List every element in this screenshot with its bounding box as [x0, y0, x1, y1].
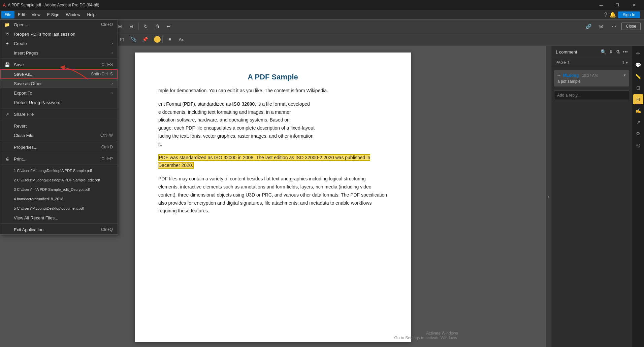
separator-1	[0, 59, 118, 59]
sign-in-button[interactable]: Sign In	[618, 11, 640, 18]
separator5	[152, 36, 152, 43]
create-arrow-icon: ›	[111, 41, 113, 46]
sort-icon[interactable]: ⬇	[609, 49, 613, 55]
menu-close-file[interactable]: Close File Ctrl+W	[0, 131, 118, 140]
line-weight-button[interactable]: ≡	[164, 34, 175, 44]
pdf-subtitle: mple for demonstration. You can edit it …	[158, 87, 387, 95]
strip-highlight-button[interactable]: H	[633, 94, 643, 104]
page-row: PAGE 1 1 ▾	[551, 58, 632, 67]
menu-save-as-other[interactable]: Save as Other ›	[0, 79, 118, 88]
undo-button[interactable]: ↩	[163, 21, 174, 31]
strip-tools-button[interactable]: ⚙	[633, 129, 643, 139]
pdf-title: A PDF Sample	[158, 73, 387, 81]
menu-recent-4[interactable]: 4 homeacrordrunified18_2018	[0, 194, 118, 204]
collapse-panel-arrow[interactable]: ›	[546, 46, 551, 347]
pdf-highlight-para: PDF was standardized as ISO 32000 in 200…	[158, 154, 387, 170]
rotate-button[interactable]: ↻	[140, 21, 151, 31]
menu-revert[interactable]: Revert	[0, 121, 118, 131]
separator6	[162, 36, 163, 43]
strip-export-button[interactable]: ↗	[633, 117, 643, 127]
help-icon[interactable]: ?	[604, 12, 607, 18]
separator4	[138, 23, 139, 30]
minimize-button[interactable]: —	[593, 0, 609, 10]
menu-view-all-recent[interactable]: View All Recent Files...	[0, 213, 118, 222]
pencil-icon: ✏	[557, 73, 560, 77]
comment-time: 10:37 AM	[582, 73, 598, 77]
toolbar-right: 🔗 ✉ ⋯ Close	[583, 21, 642, 31]
strip-measure-button[interactable]: 📏	[633, 71, 643, 81]
separator-2	[0, 108, 118, 108]
close-window-button[interactable]: ✕	[626, 0, 641, 10]
menu-create[interactable]: ✦ Create ›	[0, 39, 118, 48]
open-icon: 📁	[4, 22, 10, 27]
file-dropdown-menu: 📁 Open... Ctrl+O ↺ Reopen PDFs from last…	[0, 20, 118, 235]
print-icon: 🖨	[4, 157, 10, 162]
menu-properties[interactable]: Properties... Ctrl+D	[0, 142, 118, 152]
menu-item-help[interactable]: Help	[84, 11, 99, 19]
restore-button[interactable]: ❐	[610, 0, 625, 10]
menu-recent-3[interactable]: 3 C:\Users\...\A PDF Sample_edit_Decrypt…	[0, 185, 118, 194]
menu-insert-pages[interactable]: Insert Pages ›	[0, 48, 118, 58]
share-icon: ↗	[4, 112, 10, 117]
more-comments-icon[interactable]: •••	[623, 49, 628, 55]
pdf-page: A PDF Sample mple for demonstration. You…	[135, 53, 411, 342]
comment-header: ✏ MLoong 10:37 AM ▾	[557, 73, 626, 78]
notifications-icon[interactable]: 🔔	[609, 11, 616, 18]
comment-card: ✏ MLoong 10:37 AM ▾ a pdf sample	[554, 70, 629, 86]
comment-author-area: ✏ MLoong 10:37 AM	[557, 73, 598, 78]
stamp-button[interactable]: ⊡	[117, 34, 127, 44]
menu-item-edit[interactable]: Edit	[14, 11, 28, 19]
search-comments-icon[interactable]: 🔍	[601, 49, 606, 55]
strip-customize-button[interactable]: ◎	[633, 140, 643, 150]
strip-comment-button[interactable]: 💬	[633, 60, 643, 70]
page-dropdown-icon[interactable]: ▾	[626, 60, 628, 65]
menu-reopen[interactable]: ↺ Reopen PDFs from last session	[0, 29, 118, 39]
email-button[interactable]: ✉	[596, 21, 607, 31]
color-picker[interactable]	[154, 36, 161, 43]
pdf-para-3: PDF files may contain a variety of conte…	[158, 175, 387, 215]
menu-recent-5[interactable]: 5 C:\Users\MLoong\Desktop\document.pdf	[0, 204, 118, 213]
delete-button[interactable]: 🗑	[152, 21, 163, 31]
save-icon: 💾	[4, 62, 10, 67]
separator-6	[0, 165, 118, 165]
link-button[interactable]: 🔗	[583, 21, 594, 31]
menu-recent-1[interactable]: 1 C:\Users\MLoong\Desktop\A PDF Sample.p…	[0, 166, 118, 175]
comment-expand-icon[interactable]: ▾	[624, 73, 626, 77]
strip-fill-sign-button[interactable]: ✍	[633, 106, 643, 116]
filter-icon[interactable]: ⚗	[616, 49, 620, 55]
separator-3	[0, 120, 118, 120]
menu-item-window[interactable]: Window	[63, 11, 84, 19]
attach-button[interactable]: 📎	[128, 34, 139, 44]
menu-save-as[interactable]: Save As... Shift+Ctrl+S	[0, 69, 118, 79]
create-icon: ✦	[4, 41, 10, 46]
more-options-button[interactable]: ⋯	[609, 21, 619, 31]
menu-save[interactable]: 💾 Save Ctrl+S	[0, 60, 118, 69]
font-size-button[interactable]: Aa	[176, 34, 187, 44]
menu-print[interactable]: 🖨 Print... Ctrl+P	[0, 154, 118, 164]
menu-recent-2[interactable]: 2 C:\Users\MLoong\Desktop\A PDF Sample_e…	[0, 175, 118, 185]
menu-protect[interactable]: Protect Using Password	[0, 98, 118, 107]
separator-4	[0, 141, 118, 141]
strip-edit-button[interactable]: ✏	[633, 48, 643, 59]
close-panel-button[interactable]: Close	[621, 23, 641, 30]
menu-item-view[interactable]: View	[28, 11, 44, 19]
insert-arrow-icon: ›	[111, 50, 113, 55]
header-right-controls: ? 🔔 Sign In	[604, 11, 643, 18]
menu-export-to[interactable]: Export To ›	[0, 88, 118, 98]
menu-exit[interactable]: Exit Application Ctrl+Q	[0, 225, 118, 234]
comment-reply-box[interactable]: Add a reply...	[554, 91, 629, 100]
title-bar: A A PDF Sample.pdf - Adobe Acrobat Pro D…	[0, 0, 644, 10]
reopen-icon: ↺	[4, 32, 10, 37]
menu-item-file[interactable]: File	[1, 11, 14, 19]
menu-open[interactable]: 📁 Open... Ctrl+O	[0, 20, 118, 29]
pin-button[interactable]: 📌	[139, 34, 150, 44]
strip-stamp-button[interactable]: ⊡	[633, 83, 643, 93]
pdf-para-1: ent Format (PDF), standardized as ISO 32…	[158, 100, 387, 148]
page-num: 1	[622, 60, 624, 65]
page-label: PAGE 1	[555, 60, 570, 65]
separator-5	[0, 153, 118, 153]
menu-item-esign[interactable]: E-Sign	[44, 11, 63, 19]
separator-7	[0, 223, 118, 224]
fit-width-button[interactable]: ⊟	[126, 21, 137, 31]
menu-share-file[interactable]: ↗ Share File	[0, 109, 118, 119]
